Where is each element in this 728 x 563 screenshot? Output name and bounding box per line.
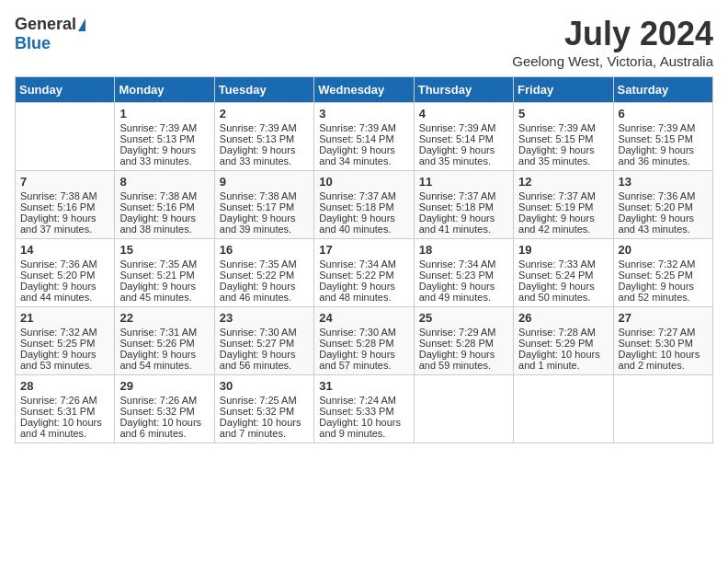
calendar-cell: 23Sunrise: 7:30 AMSunset: 5:27 PMDayligh… <box>214 307 313 375</box>
day-number: 23 <box>220 311 309 325</box>
day-number: 5 <box>518 107 608 121</box>
col-header-wednesday: Wednesday <box>314 77 414 103</box>
day-info-line: Daylight: 9 hours <box>220 281 309 292</box>
day-info-line: Daylight: 9 hours <box>419 144 508 155</box>
calendar-cell: 8Sunrise: 7:38 AMSunset: 5:16 PMDaylight… <box>115 171 214 239</box>
day-info-line: and 35 minutes. <box>419 155 508 167</box>
day-info-line: Sunset: 5:22 PM <box>319 270 408 281</box>
calendar-cell: 10Sunrise: 7:37 AMSunset: 5:18 PMDayligh… <box>314 171 414 239</box>
day-info-line: and 59 minutes. <box>419 360 508 371</box>
day-number: 21 <box>20 311 109 325</box>
day-info-line: and 35 minutes. <box>518 155 608 167</box>
day-info-line: Daylight: 9 hours <box>319 281 408 292</box>
day-info-line: Sunset: 5:17 PM <box>220 201 309 213</box>
day-info-line: and 43 minutes. <box>619 224 708 235</box>
day-info-line: and 9 minutes. <box>319 428 408 439</box>
day-info-line: Sunset: 5:24 PM <box>518 270 608 281</box>
day-info-line: Daylight: 9 hours <box>20 213 109 224</box>
day-info-line: Daylight: 9 hours <box>518 281 608 292</box>
day-info-line: and 7 minutes. <box>220 428 309 439</box>
day-info-line: Sunrise: 7:39 AM <box>220 122 309 133</box>
day-info-line: Sunrise: 7:33 AM <box>518 259 608 270</box>
day-number: 20 <box>619 243 708 257</box>
calendar-week-3: 14Sunrise: 7:36 AMSunset: 5:20 PMDayligh… <box>16 239 713 307</box>
calendar-cell: 31Sunrise: 7:24 AMSunset: 5:33 PMDayligh… <box>314 375 414 443</box>
day-info-line: Daylight: 10 hours <box>619 349 708 360</box>
calendar-cell: 11Sunrise: 7:37 AMSunset: 5:18 PMDayligh… <box>414 171 513 239</box>
day-info-line: Daylight: 9 hours <box>419 281 508 292</box>
calendar-header-row: SundayMondayTuesdayWednesdayThursdayFrid… <box>16 77 713 103</box>
day-info-line: Daylight: 9 hours <box>518 144 608 155</box>
day-info-line: and 42 minutes. <box>518 224 608 235</box>
day-info-line: Daylight: 9 hours <box>119 213 209 224</box>
calendar-week-2: 7Sunrise: 7:38 AMSunset: 5:16 PMDaylight… <box>16 171 713 239</box>
day-info-line: Daylight: 9 hours <box>518 213 608 224</box>
day-info-line: Daylight: 9 hours <box>619 213 708 224</box>
day-info-line: Sunrise: 7:26 AM <box>119 395 209 406</box>
day-number: 19 <box>518 243 608 257</box>
day-info-line: Daylight: 9 hours <box>119 144 209 155</box>
day-number: 25 <box>419 311 508 325</box>
day-number: 9 <box>220 175 309 189</box>
day-number: 29 <box>119 379 209 393</box>
day-info-line: and 33 minutes. <box>220 155 309 167</box>
day-info-line: Sunrise: 7:37 AM <box>419 190 508 201</box>
day-number: 30 <box>220 379 309 393</box>
day-info-line: Daylight: 9 hours <box>419 213 508 224</box>
day-number: 2 <box>220 107 309 121</box>
day-info-line: and 52 minutes. <box>619 292 708 303</box>
day-info-line: Sunset: 5:33 PM <box>319 406 408 417</box>
day-info-line: Daylight: 9 hours <box>319 144 408 155</box>
day-info-line: and 57 minutes. <box>319 360 408 371</box>
day-info-line: and 33 minutes. <box>119 155 209 167</box>
col-header-friday: Friday <box>514 77 613 103</box>
day-info-line: Sunrise: 7:32 AM <box>619 259 708 270</box>
calendar-cell <box>414 375 513 443</box>
day-info-line: Sunset: 5:13 PM <box>220 133 309 144</box>
calendar-cell: 27Sunrise: 7:27 AMSunset: 5:30 PMDayligh… <box>613 307 712 375</box>
day-info-line: Sunrise: 7:38 AM <box>220 190 309 201</box>
day-info-line: Daylight: 9 hours <box>119 349 209 360</box>
day-info-line: and 40 minutes. <box>319 224 408 235</box>
day-info-line: Sunrise: 7:39 AM <box>619 122 708 133</box>
day-info-line: Sunrise: 7:35 AM <box>119 259 209 270</box>
day-info-line: Sunrise: 7:35 AM <box>220 259 309 270</box>
logo-icon <box>78 18 85 31</box>
day-info-line: and 4 minutes. <box>20 428 109 439</box>
day-info-line: Sunset: 5:16 PM <box>20 201 109 213</box>
calendar-cell: 26Sunrise: 7:28 AMSunset: 5:29 PMDayligh… <box>514 307 613 375</box>
day-info-line: Sunrise: 7:39 AM <box>319 122 408 133</box>
logo: General Blue <box>15 15 85 53</box>
calendar-body: 1Sunrise: 7:39 AMSunset: 5:13 PMDaylight… <box>16 103 713 443</box>
day-info-line: Sunset: 5:18 PM <box>319 201 408 213</box>
calendar-cell: 1Sunrise: 7:39 AMSunset: 5:13 PMDaylight… <box>115 103 214 171</box>
day-number: 28 <box>20 379 109 393</box>
day-info-line: Sunrise: 7:37 AM <box>319 190 408 201</box>
logo-blue-text: Blue <box>15 34 51 53</box>
day-info-line: Sunrise: 7:29 AM <box>419 327 508 338</box>
day-info-line: and 54 minutes. <box>119 360 209 371</box>
day-info-line: Daylight: 9 hours <box>319 213 408 224</box>
location-title: Geelong West, Victoria, Australia <box>512 53 713 69</box>
calendar-cell: 24Sunrise: 7:30 AMSunset: 5:28 PMDayligh… <box>314 307 414 375</box>
col-header-tuesday: Tuesday <box>214 77 313 103</box>
col-header-saturday: Saturday <box>613 77 712 103</box>
day-info-line: Sunrise: 7:26 AM <box>20 395 109 406</box>
title-block: July 2024 Geelong West, Victoria, Austra… <box>512 15 713 69</box>
calendar-cell: 28Sunrise: 7:26 AMSunset: 5:31 PMDayligh… <box>16 375 115 443</box>
day-info-line: Sunrise: 7:34 AM <box>319 259 408 270</box>
day-info-line: and 49 minutes. <box>419 292 508 303</box>
day-info-line: and 37 minutes. <box>20 224 109 235</box>
day-info-line: Sunrise: 7:24 AM <box>319 395 408 406</box>
day-number: 8 <box>119 175 209 189</box>
day-info-line: Sunset: 5:32 PM <box>119 406 209 417</box>
day-info-line: Sunset: 5:15 PM <box>518 133 608 144</box>
day-info-line: Sunrise: 7:30 AM <box>319 327 408 338</box>
day-info-line: and 50 minutes. <box>518 292 608 303</box>
calendar-cell: 4Sunrise: 7:39 AMSunset: 5:14 PMDaylight… <box>414 103 513 171</box>
calendar-cell <box>613 375 712 443</box>
calendar-cell: 22Sunrise: 7:31 AMSunset: 5:26 PMDayligh… <box>115 307 214 375</box>
day-info-line: and 53 minutes. <box>20 360 109 371</box>
col-header-sunday: Sunday <box>16 77 115 103</box>
day-info-line: Daylight: 9 hours <box>220 213 309 224</box>
